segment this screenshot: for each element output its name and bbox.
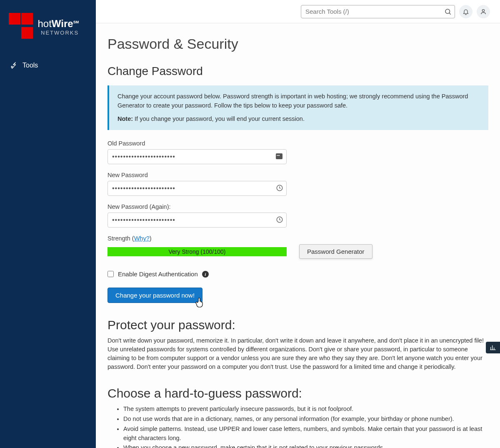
brand-subtitle: NETWORKS — [38, 30, 79, 36]
sidebar: hotWireSM NETWORKS Tools — [0, 0, 96, 448]
list-item: Do not use words that are in a dictionar… — [123, 415, 488, 424]
tips-list: The system attempts to prevent particula… — [123, 405, 488, 448]
note-text: If you change your password, you will en… — [133, 115, 305, 122]
sidebar-item-label: Tools — [22, 62, 38, 69]
list-item: The system attempts to prevent particula… — [123, 405, 488, 414]
old-password-input[interactable] — [108, 149, 287, 164]
main: Password & Security Change Password Chan… — [96, 0, 500, 448]
notifications-button[interactable] — [459, 5, 472, 18]
strength-meter: Very Strong (100/100) — [108, 247, 287, 256]
cursor-icon — [195, 297, 205, 310]
logo-mark — [8, 13, 33, 41]
sidebar-item-tools[interactable]: Tools — [0, 58, 96, 73]
tools-icon — [10, 62, 18, 69]
search-icon[interactable] — [444, 8, 452, 17]
strength-label: Strength (Why?) — [108, 235, 488, 242]
bell-icon — [462, 8, 469, 15]
user-menu-button[interactable] — [477, 5, 490, 18]
submit-label: Change your password now! — [115, 292, 195, 299]
digest-auth-label: Enable Digest Authentication — [118, 270, 198, 278]
section-title: Change Password — [108, 65, 488, 78]
new-password-label: New Password — [108, 172, 488, 178]
brand-name-suffix: Wire — [52, 18, 73, 29]
note-label: Note: — [118, 115, 133, 122]
brand-badge: SM — [73, 20, 79, 24]
list-item: When you choose a new password, make cer… — [123, 443, 488, 448]
strength-why-link[interactable]: Why? — [134, 235, 150, 242]
again-password-label: New Password (Again): — [108, 203, 488, 210]
user-icon — [480, 8, 487, 15]
brand-logo: hotWireSM NETWORKS — [0, 13, 96, 58]
new-password-input[interactable] — [108, 181, 287, 196]
chart-icon — [490, 344, 496, 351]
svg-point-0 — [445, 9, 450, 14]
password-generator-button[interactable]: Password Generator — [299, 244, 372, 259]
search-container — [301, 5, 455, 18]
stats-float-button[interactable] — [486, 342, 500, 353]
topbar — [96, 0, 500, 23]
brand-name-prefix: hot — [38, 18, 51, 29]
info-callout: Change your account password below. Pass… — [108, 85, 488, 130]
reveal-icon[interactable] — [276, 216, 283, 223]
list-item: Avoid simple patterns. Instead, use UPPE… — [123, 425, 488, 443]
old-password-label: Old Password — [108, 140, 488, 147]
protect-text: Don't write down your password, memorize… — [108, 336, 488, 371]
info-icon[interactable]: i — [202, 271, 209, 278]
reveal-icon[interactable] — [276, 184, 283, 192]
svg-point-1 — [482, 9, 484, 11]
protect-title: Protect your password: — [108, 318, 488, 332]
digest-auth-checkbox[interactable] — [108, 271, 114, 277]
keyboard-icon[interactable] — [276, 153, 282, 159]
page-title: Password & Security — [108, 36, 488, 52]
info-text: Change your account password below. Pass… — [118, 92, 480, 110]
choose-title: Choose a hard-to-guess password: — [108, 386, 488, 400]
change-password-button[interactable]: Change your password now! — [108, 288, 202, 303]
again-password-input[interactable] — [108, 213, 287, 228]
content: Password & Security Change Password Chan… — [96, 23, 500, 448]
search-input[interactable] — [301, 5, 455, 18]
